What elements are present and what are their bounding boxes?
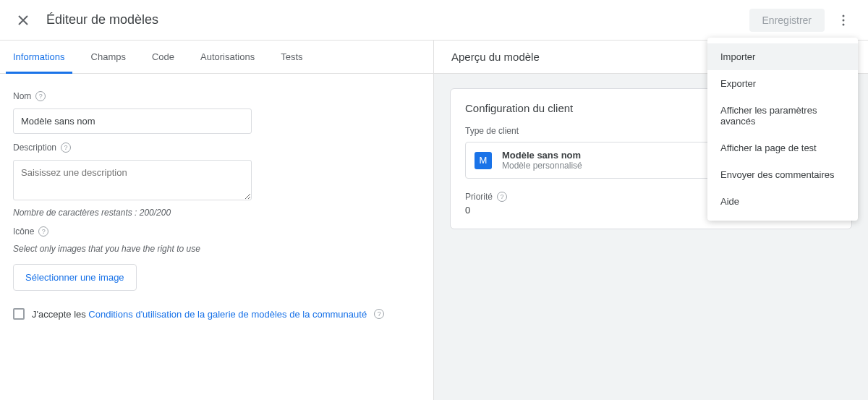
svg-point-0 (843, 14, 845, 17)
description-textarea[interactable] (13, 160, 252, 200)
more-dropdown: Importer Exporter Afficher les paramètre… (707, 38, 858, 221)
tab-informations[interactable]: Informations (13, 41, 65, 73)
svg-point-1 (843, 19, 845, 21)
terms-checkbox[interactable] (13, 308, 25, 320)
terms-text: J'accepte les Conditions d'utilisation d… (32, 309, 367, 320)
select-image-button[interactable]: Sélectionner une image (13, 264, 137, 291)
page-title: Éditeur de modèles (46, 12, 158, 27)
tab-champs[interactable]: Champs (91, 41, 126, 73)
dropdown-item-feedback[interactable]: Envoyer des commentaires (707, 161, 858, 188)
dropdown-item-help[interactable]: Aide (707, 188, 858, 215)
more-menu-icon[interactable] (833, 10, 854, 30)
client-icon: M (475, 152, 492, 169)
help-icon[interactable]: ? (35, 91, 46, 101)
description-char-count: Nombre de caractères restants : 200/200 (13, 208, 420, 218)
help-icon[interactable]: ? (374, 309, 384, 319)
client-name: Modèle sans nom (502, 150, 582, 161)
close-icon[interactable] (14, 12, 32, 29)
dropdown-item-export[interactable]: Exporter (707, 70, 858, 97)
client-subtitle: Modèle personnalisé (502, 161, 582, 171)
help-icon[interactable]: ? (497, 192, 507, 202)
tab-tests[interactable]: Tests (281, 41, 302, 73)
tabs-bar: Informations Champs Code Autorisations T… (0, 41, 433, 74)
priority-label: Priorité (465, 192, 493, 202)
svg-point-2 (843, 23, 845, 25)
help-icon[interactable]: ? (61, 142, 71, 153)
dropdown-item-import[interactable]: Importer (707, 43, 858, 70)
client-row: M Modèle sans nom Modèle personnalisé (465, 142, 711, 179)
terms-link[interactable]: Conditions d'utilisation de la galerie d… (88, 309, 367, 320)
name-label: Nom (13, 91, 31, 101)
help-icon[interactable]: ? (38, 226, 48, 237)
dropdown-item-advanced[interactable]: Afficher les paramètres avancés (707, 97, 858, 135)
dropdown-item-testpage[interactable]: Afficher la page de test (707, 135, 858, 161)
description-label: Description (13, 142, 56, 153)
icon-label: Icône (13, 226, 34, 237)
tab-code[interactable]: Code (152, 41, 174, 73)
name-input[interactable] (13, 108, 252, 134)
icon-hint: Select only images that you have the rig… (13, 244, 420, 254)
save-button[interactable]: Enregistrer (749, 9, 825, 32)
tab-autorisations[interactable]: Autorisations (200, 41, 255, 73)
